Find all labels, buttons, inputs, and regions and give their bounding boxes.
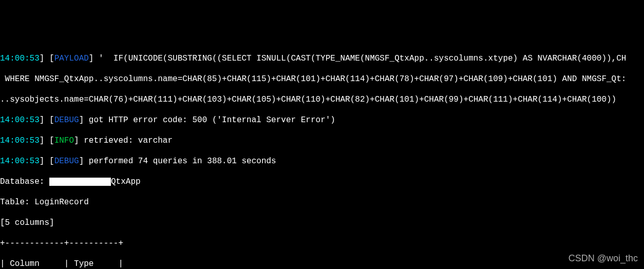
payload-text: ] ' IF(UNICODE(SUBSTRING((SELECT ISNULL(… (89, 54, 627, 63)
timestamp: 14:00:53 (0, 54, 40, 63)
debug-text: got HTTP error code: 500 ('Internal Serv… (84, 116, 335, 125)
payload-continuation-2: ..sysobjects.name=CHAR(76)+CHAR(111)+CHA… (0, 94, 644, 105)
tag-debug: DEBUG (54, 157, 79, 166)
log-line-payload: 14:00:53] [PAYLOAD] ' IF(UNICODE(SUBSTRI… (0, 53, 644, 64)
info-text: retrieved: varchar (79, 136, 173, 145)
database-line: Database: QtxApp (0, 177, 644, 187)
timestamp: 14:00:53 (0, 157, 40, 166)
table-separator: +------------+----------+ (0, 238, 644, 248)
columns-count-line: [5 columns] (0, 218, 644, 228)
tag-payload: PAYLOAD (54, 54, 89, 63)
table-name-line: Table: LoginRecord (0, 197, 644, 207)
terminal-output: 14:00:53] [PAYLOAD] ' IF(UNICODE(SUBSTRI… (0, 43, 644, 269)
debug-text: performed 74 queries in 388.01 seconds (84, 157, 276, 166)
timestamp: 14:00:53 (0, 116, 40, 125)
watermark: CSDN @woi_thc (569, 253, 638, 264)
payload-continuation-1: WHERE NMGSF_QtxApp..syscolumns.name=CHAR… (0, 74, 644, 84)
log-line-debug-1: 14:00:53] [DEBUG] got HTTP error code: 5… (0, 115, 644, 125)
timestamp: 14:00:53 (0, 136, 40, 145)
tag-debug: DEBUG (54, 116, 79, 125)
redaction-block (49, 178, 111, 186)
table-header: | Column | Type | (0, 259, 644, 269)
log-line-debug-2: 14:00:53] [DEBUG] performed 74 queries i… (0, 156, 644, 166)
log-line-info-1: 14:00:53] [INFO] retrieved: varchar (0, 136, 644, 146)
tag-info: INFO (54, 136, 74, 145)
